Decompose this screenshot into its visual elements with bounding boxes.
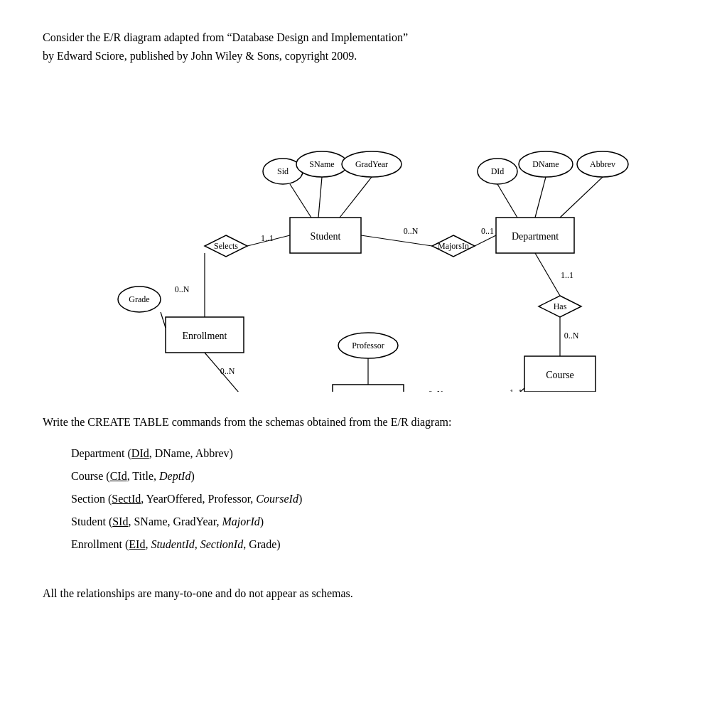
intro-line1: Consider the E/R diagram adapted from “D… [43,31,408,43]
pk-did: DId [131,447,149,459]
svg-rect-6 [333,385,404,392]
svg-text:1..1: 1..1 [561,270,573,280]
svg-text:1..1: 1..1 [510,387,522,392]
svg-text:Professor: Professor [352,341,384,350]
svg-text:Sid: Sid [277,166,289,176]
svg-text:DId: DId [491,166,505,176]
svg-text:DName: DName [532,159,559,169]
schemas-list: Department (DId, DName, Abbrev) Course (… [71,442,679,556]
svg-line-47 [497,184,517,218]
fk-majorid: MajorId [222,515,259,528]
svg-line-56 [161,312,166,328]
footer-content: All the relationships are many-to-one an… [43,587,353,599]
schema-section: Section (SectId, YearOffered, Professor,… [71,488,679,510]
fk-sectionid: SectionId [200,538,243,550]
svg-text:GradYear: GradYear [355,159,388,169]
svg-line-49 [560,177,603,218]
svg-text:Has: Has [554,301,567,311]
svg-text:Department: Department [512,231,559,242]
svg-text:Student: Student [311,231,341,242]
svg-text:Enrollment: Enrollment [183,331,227,341]
svg-text:Selects: Selects [214,241,238,251]
schema-student: Student (SId, SName, GradYear, MajorId) [71,510,679,533]
svg-text:0..1: 0..1 [481,226,494,236]
schema-enrollment: Enrollment (EId, StudentId, SectionId, G… [71,533,679,556]
pk-sid: SId [112,515,128,528]
intro-line2: by Edward Sciore, published by John Wile… [43,50,357,62]
svg-text:1..1: 1..1 [303,390,316,392]
pk-cid: CId [110,470,127,482]
pk-sectid: SectId [112,493,141,505]
pk-eid: EId [129,538,145,550]
fk-courseid: CourseId [256,493,298,505]
schema-course: Course (CId, Title, DeptId) [71,465,679,488]
svg-text:0..N: 0..N [404,226,419,236]
write-prompt-text: Write the CREATE TABLE commands from the… [43,416,451,428]
svg-text:0..N: 0..N [564,331,579,341]
er-diagram: Student Department Enrollment Section Co… [55,79,667,392]
svg-text:Grade: Grade [129,294,149,304]
svg-line-45 [318,177,322,218]
schema-department: Department (DId, DName, Abbrev) [71,442,679,465]
svg-line-46 [340,177,372,218]
intro-text: Consider the E/R diagram adapted from “D… [43,28,679,65]
svg-text:Abbrev: Abbrev [590,159,615,169]
svg-line-48 [535,177,546,218]
svg-text:1..1: 1..1 [261,233,274,243]
svg-text:MajorsIn: MajorsIn [438,241,469,251]
svg-line-44 [290,184,311,218]
svg-line-51 [361,235,432,246]
write-prompt: Write the CREATE TABLE commands from the… [43,413,679,432]
svg-line-52 [475,235,496,246]
svg-line-53 [535,253,560,296]
fk-studentid: StudentId [151,538,194,550]
svg-text:0..N: 0..N [429,389,443,392]
fk-deptid: DeptId [159,470,190,482]
svg-text:0..N: 0..N [175,284,190,294]
svg-text:SName: SName [309,159,334,169]
footer-text: All the relationships are many-to-one an… [43,584,679,603]
svg-text:0..N: 0..N [220,366,235,376]
svg-text:Course: Course [546,370,574,380]
